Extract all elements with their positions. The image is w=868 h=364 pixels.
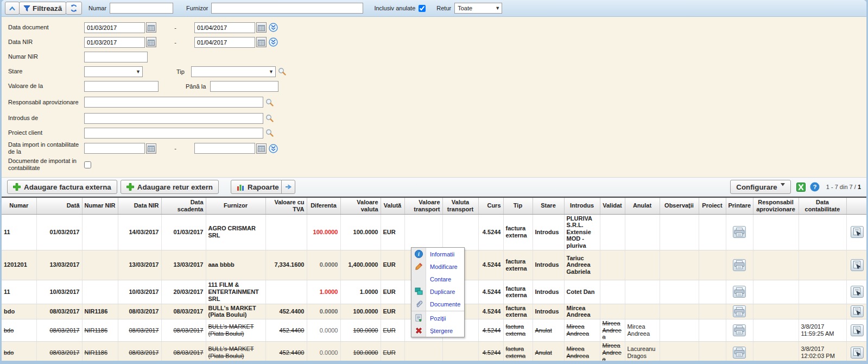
print-button[interactable] (733, 226, 746, 238)
export-excel-button[interactable] (796, 183, 806, 192)
calendar-icon[interactable] (146, 37, 156, 47)
cell-proiect (699, 319, 726, 341)
column-header-diferenta[interactable]: Diferenta (307, 197, 340, 214)
data-import-from-input[interactable] (84, 143, 145, 154)
chevron-down-icon (781, 183, 785, 186)
column-header-data_contabilitate[interactable]: Data contabilitate (799, 197, 846, 214)
menu-item-duplicare[interactable]: Duplicare (411, 285, 464, 298)
data-nir-to-input[interactable] (194, 37, 255, 48)
menu-item--tergere[interactable]: Ștergere (411, 324, 464, 337)
column-header-proiect[interactable]: Proiect (699, 197, 726, 214)
print-button[interactable] (733, 324, 746, 336)
refresh-button[interactable] (66, 2, 82, 15)
row-action-button[interactable] (851, 226, 864, 238)
calendar-icon[interactable] (256, 143, 267, 154)
cell-tip: factura externa (503, 304, 533, 319)
column-header-numar_nir[interactable]: Numar NIR (82, 197, 118, 214)
printer-icon (734, 307, 745, 316)
column-header-data[interactable]: Dată (36, 197, 82, 214)
column-header-furnizor[interactable]: Furnizor (206, 197, 265, 214)
calendar-icon[interactable] (146, 143, 156, 154)
cell-data_nir: 08/03/2017 (118, 319, 161, 341)
inclusiv-anulate-checkbox[interactable] (419, 5, 426, 12)
proiect-client-search-button[interactable] (265, 129, 274, 137)
cell-anulat (625, 280, 660, 304)
column-header-responsabil[interactable]: Responsabil aprovizionare (753, 197, 799, 214)
chevron-down-icon: ▼ (269, 69, 274, 74)
responsabil-search-button[interactable] (265, 98, 274, 106)
tip-select[interactable]: ▼ (191, 66, 276, 77)
menu-item-documente[interactable]: Documente (411, 298, 464, 310)
help-button[interactable]: ? (810, 182, 820, 192)
filter-button[interactable]: Filtrează (19, 2, 66, 15)
data-document-to-input[interactable] (194, 22, 255, 33)
expand-range-button[interactable] (269, 144, 278, 153)
retur-label: Retur (436, 5, 451, 11)
print-button[interactable] (733, 305, 746, 317)
column-header-printare[interactable]: Printare (726, 197, 753, 214)
numar-input[interactable] (110, 3, 173, 14)
numar-nir-input[interactable] (84, 52, 148, 62)
configure-button[interactable]: Configurare (730, 180, 791, 194)
calendar-icon[interactable] (256, 22, 267, 33)
print-button[interactable] (733, 259, 746, 271)
calendar-icon[interactable] (146, 22, 156, 33)
column-header-tip[interactable]: Tip (503, 197, 533, 214)
column-header-valuta[interactable]: Valută (381, 197, 404, 214)
proiect-client-input[interactable] (84, 128, 263, 139)
column-header-valoare_tva[interactable]: Valoare cu TVA (265, 197, 307, 214)
row-action-button[interactable] (851, 347, 864, 359)
menu-item-modificare[interactable]: Modificare (411, 260, 464, 273)
data-nir-from-input[interactable] (84, 37, 145, 48)
pana-la-input[interactable] (210, 81, 278, 92)
row-action-button[interactable] (851, 259, 864, 271)
column-header-valuta_transport[interactable]: Valuta transport (442, 197, 478, 214)
row-action-button[interactable] (851, 305, 864, 317)
column-header-valoare_transport[interactable]: Valoare transport (404, 197, 442, 214)
row-action-button[interactable] (851, 324, 864, 336)
furnizor-input[interactable] (211, 3, 363, 14)
column-header-actiuni[interactable] (846, 197, 866, 214)
data-import-to-input[interactable] (194, 143, 255, 154)
column-header-stare[interactable]: Stare (533, 197, 564, 214)
data-document-from-input[interactable] (84, 22, 145, 33)
table-row[interactable]: 1101/03/201714/03/201701/03/2017AGRO CRI… (2, 214, 866, 250)
documente-importat-checkbox[interactable] (84, 161, 91, 168)
menu-item-contare[interactable]: Contare (411, 273, 464, 285)
tip-search-button[interactable] (278, 67, 286, 76)
reports-button[interactable]: Rapoarte (231, 180, 285, 194)
cell-valuta: EUR (381, 341, 404, 361)
print-button[interactable] (733, 286, 746, 298)
column-header-valoare_valuta[interactable]: Valoare valuta (340, 197, 381, 214)
column-header-introdus[interactable]: Introdus (564, 197, 600, 214)
retur-select[interactable]: Toate ▼ (454, 3, 502, 14)
cell-numar: 11 (2, 280, 36, 304)
printer-icon (734, 260, 745, 269)
row-action-button[interactable] (851, 286, 864, 298)
cell-valoare_tva (265, 214, 307, 250)
introdus-de-search-button[interactable] (265, 114, 274, 122)
column-header-curs[interactable]: Curs (478, 197, 503, 214)
column-header-anulat[interactable]: Anulat (625, 197, 660, 214)
column-header-numar[interactable]: Numar (2, 197, 36, 214)
expand-range-button[interactable] (269, 37, 278, 47)
table-row[interactable]: bdo08/03/2017NIR118608/03/201708/03/2017… (2, 341, 866, 361)
print-button[interactable] (733, 347, 746, 359)
add-return-button[interactable]: Adaugare retur extern (121, 180, 219, 194)
column-header-validat[interactable]: Validat (600, 197, 625, 214)
introdus-de-input[interactable] (84, 113, 263, 124)
menu-item-pozi-ii[interactable]: Poziții (411, 312, 464, 324)
column-header-data_scadenta[interactable]: Data scadenta (161, 197, 206, 214)
reports-expand-button[interactable] (281, 180, 295, 194)
stare-select[interactable]: ▼ (84, 66, 143, 77)
column-header-observatii[interactable]: Observații (660, 197, 699, 214)
menu-item-informatii[interactable]: iInformatii (411, 248, 464, 260)
responsabil-input[interactable] (84, 97, 263, 108)
cell-validat: Mircea Andreea (600, 341, 625, 361)
add-invoice-button[interactable]: Adaugare factura externa (7, 180, 117, 194)
collapse-filter-button[interactable] (5, 2, 20, 15)
expand-range-button[interactable] (269, 23, 278, 32)
calendar-icon[interactable] (256, 37, 267, 47)
valoare-de-la-input[interactable] (84, 81, 159, 92)
column-header-data_nir[interactable]: Data NIR (118, 197, 161, 214)
